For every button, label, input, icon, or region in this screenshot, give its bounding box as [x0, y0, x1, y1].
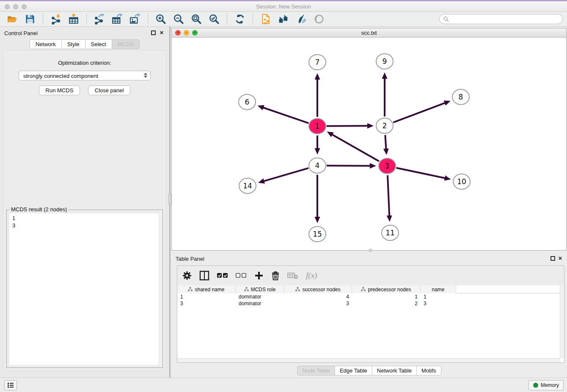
show-graphics-details-button[interactable]: [311, 13, 327, 25]
status-bar: Memory: [0, 378, 567, 392]
graph-edge-2-8[interactable]: [394, 103, 445, 122]
home-button[interactable]: [276, 13, 291, 25]
graph-edge-4-3[interactable]: [327, 166, 370, 166]
import-table-button[interactable]: [66, 13, 81, 25]
table-row[interactable]: 3dominator323: [177, 300, 564, 307]
tab-motifs[interactable]: Motifs: [417, 366, 441, 375]
refresh-button[interactable]: [232, 13, 248, 25]
hide-graphics-details-button[interactable]: [294, 13, 309, 25]
tree-column-icon: [295, 287, 300, 292]
network-window-titlebar[interactable]: × − + scc.txt: [172, 28, 566, 38]
table-row[interactable]: 1dominator411: [177, 293, 564, 300]
deselect-all-columns-button[interactable]: [236, 269, 247, 282]
table-cell[interactable]: dominator: [236, 293, 284, 300]
tab-style[interactable]: Style: [62, 39, 85, 49]
table-panel-float-button[interactable]: [550, 256, 555, 261]
column-header-successor-nodes[interactable]: successor nodes: [284, 285, 352, 293]
zoom-selected-button[interactable]: [206, 13, 222, 25]
add-column-button[interactable]: [254, 269, 264, 282]
mcds-result-scrollbar[interactable]: [159, 210, 162, 367]
mcds-result-text[interactable]: 1 3: [9, 213, 160, 365]
graph-edge-3-1[interactable]: [332, 135, 379, 161]
tab-node-table[interactable]: Node Table: [297, 366, 335, 375]
svg-text:3: 3: [385, 162, 390, 170]
graph-node-14[interactable]: 14: [239, 178, 256, 193]
delete-table-button[interactable]: [287, 269, 298, 282]
zoom-in-button[interactable]: [153, 13, 168, 25]
export-image-button[interactable]: [127, 13, 143, 25]
splitter-grip[interactable]: [168, 194, 171, 205]
graph-node-6[interactable]: 6: [239, 94, 256, 110]
tab-network[interactable]: Network: [30, 39, 62, 49]
column-header-shared-name[interactable]: shared name: [177, 285, 236, 293]
svg-text:8: 8: [459, 93, 463, 101]
table-cell[interactable]: 1: [421, 293, 456, 300]
network-window: × − + scc.txt 7968124314101511: [171, 28, 567, 251]
column-header-name[interactable]: name: [421, 285, 456, 293]
table-toolbar: f(x): [177, 266, 564, 285]
graph-node-7[interactable]: 7: [309, 55, 326, 70]
memory-button[interactable]: Memory: [528, 380, 564, 390]
delete-table-icon: [287, 272, 298, 279]
table-settings-button[interactable]: [182, 269, 192, 282]
tab-mcds[interactable]: MCDS: [112, 39, 140, 49]
graph-node-4[interactable]: 4: [309, 158, 326, 173]
tab-edge-table[interactable]: Edge Table: [335, 366, 372, 375]
table-horizontal-scrollbar[interactable]: [177, 358, 560, 362]
search-icon: [443, 16, 449, 22]
table-cell[interactable]: 3: [284, 300, 352, 307]
task-history-button[interactable]: [4, 380, 17, 390]
graph-node-10[interactable]: 10: [453, 174, 470, 189]
graph-edge-1-6[interactable]: [263, 108, 308, 123]
delete-column-button[interactable]: [271, 269, 280, 282]
control-panel-float-button[interactable]: [151, 30, 156, 35]
table-vertical-scrollbar[interactable]: [560, 285, 564, 358]
zoom-fit-button[interactable]: [189, 13, 204, 25]
table-cell[interactable]: 2: [352, 300, 421, 307]
table-cell[interactable]: 1: [352, 293, 421, 300]
network-graph[interactable]: 7968124314101511: [172, 38, 566, 251]
table-cell[interactable]: dominator: [236, 300, 284, 307]
table-cell[interactable]: 4: [284, 293, 352, 300]
graph-node-11[interactable]: 11: [382, 225, 399, 240]
table-cell[interactable]: 3: [177, 300, 236, 307]
optimization-criterion-select[interactable]: strongly connected component: [19, 71, 151, 80]
close-panel-button[interactable]: Close panel: [88, 86, 131, 95]
apply-function-button[interactable]: f(x): [306, 269, 317, 282]
table-cell[interactable]: 1: [177, 293, 236, 300]
table-panel-close-button[interactable]: ×: [557, 254, 564, 262]
save-session-button[interactable]: [22, 13, 38, 25]
run-mcds-button[interactable]: Run MCDS: [39, 86, 80, 95]
select-all-columns-button[interactable]: [217, 269, 228, 282]
column-layout-icon: [199, 271, 209, 281]
graph-edge-3-10[interactable]: [396, 168, 445, 178]
import-network-icon: [50, 14, 61, 25]
search-input[interactable]: [449, 16, 559, 22]
column-layout-button[interactable]: [199, 269, 209, 282]
panel-splitter[interactable]: [169, 27, 171, 378]
tab-network-table[interactable]: Network Table: [372, 366, 417, 375]
table-cell[interactable]: 3: [421, 300, 456, 307]
control-panel-close-button[interactable]: ×: [158, 29, 165, 36]
network-document-button[interactable]: [258, 13, 273, 25]
network-resize-grip[interactable]: [369, 249, 372, 252]
graph-edge-4-14[interactable]: [264, 168, 308, 181]
export-network-button[interactable]: [92, 13, 107, 25]
graph-node-2[interactable]: 2: [376, 118, 393, 133]
graph-node-8[interactable]: 8: [452, 89, 469, 105]
graph-edge-1-2[interactable]: [327, 126, 368, 126]
control-panel-title: Control Panel: [4, 30, 38, 36]
zoom-out-button[interactable]: [171, 13, 186, 25]
graph-node-15[interactable]: 15: [309, 226, 326, 242]
column-header-predecessor-nodes[interactable]: predecessor nodes: [352, 285, 421, 293]
graph-edge-3-11[interactable]: [388, 175, 389, 216]
import-network-button[interactable]: [48, 13, 63, 25]
tab-select[interactable]: Select: [85, 39, 112, 49]
graph-node-3[interactable]: 3: [379, 158, 396, 174]
open-session-button[interactable]: [5, 13, 20, 25]
export-table-button[interactable]: [110, 13, 125, 25]
column-header-MCDS-role[interactable]: MCDS role: [236, 285, 284, 293]
graph-edge-2-3[interactable]: [385, 135, 386, 149]
graph-node-1[interactable]: 1: [309, 119, 326, 134]
graph-node-9[interactable]: 9: [376, 54, 393, 69]
